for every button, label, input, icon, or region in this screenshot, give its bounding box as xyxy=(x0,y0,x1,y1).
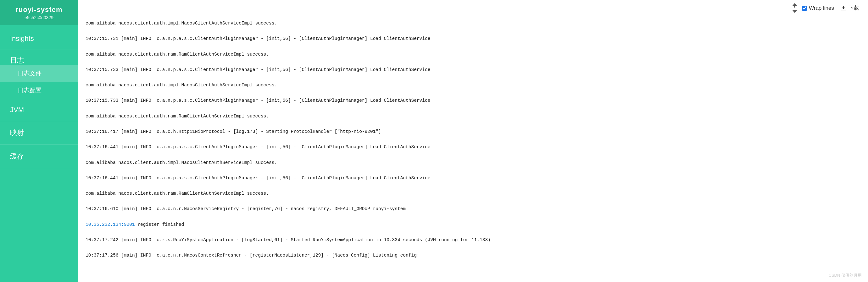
sidebar-item-insights[interactable]: Insights xyxy=(0,28,78,50)
svg-rect-1 xyxy=(794,6,795,7)
download-label: 下载 xyxy=(848,4,859,12)
scroll-arrows-icon xyxy=(792,2,798,13)
log-line: 10:37:15.731 [main] INFO c.a.n.p.a.s.c.C… xyxy=(86,35,861,43)
sidebar-item-log-file[interactable]: 日志文件 xyxy=(0,65,78,82)
sidebar-header: ruoyi-system e5c52c0d0329 xyxy=(0,0,78,25)
svg-rect-3 xyxy=(841,10,846,10)
log-line: com.alibaba.nacos.client.auth.ram.RamCli… xyxy=(86,190,861,198)
log-line: com.alibaba.nacos.client.auth.impl.Nacos… xyxy=(86,20,861,27)
wrap-lines-label[interactable]: Wrap lines xyxy=(802,5,834,11)
app-id: e5c52c0d0329 xyxy=(0,15,78,20)
log-line: 10:37:16.610 [main] INFO c.a.c.n.r.Nacos… xyxy=(86,205,861,213)
log-line: 10:37:16.441 [main] INFO c.a.n.p.a.s.c.C… xyxy=(86,174,861,182)
log-line: 10:37:17.256 [main] INFO c.a.c.n.r.Nacos… xyxy=(86,251,861,259)
download-icon xyxy=(840,5,847,11)
sidebar-item-cache[interactable]: 缓存 xyxy=(0,145,78,168)
log-line: com.alibaba.nacos.client.auth.ram.RamCli… xyxy=(86,50,861,59)
wrap-lines-text: Wrap lines xyxy=(809,5,834,11)
register-link[interactable]: 10.35.232.134:9201 xyxy=(86,222,135,227)
wrap-lines-checkbox[interactable] xyxy=(802,6,807,11)
log-line: 10:37:16.441 [main] INFO c.a.n.p.a.s.c.C… xyxy=(86,143,861,151)
sidebar: ruoyi-system e5c52c0d0329 Insights 日志 日志… xyxy=(0,0,78,282)
svg-marker-0 xyxy=(793,3,797,6)
main-content: Wrap lines 下载 com.alibaba.nacos.client.a… xyxy=(78,0,868,282)
svg-marker-2 xyxy=(793,10,797,13)
log-line: com.alibaba.nacos.client.auth.impl.Nacos… xyxy=(86,159,861,167)
watermark: CSDN 仅供刘月用 xyxy=(829,273,862,278)
scroll-to-top-button[interactable] xyxy=(791,2,798,14)
app-name: ruoyi-system xyxy=(0,6,78,14)
sidebar-item-log-config[interactable]: 日志配置 xyxy=(0,82,78,99)
log-line: 10:37:17.242 [main] INFO c.r.s.RuoYiSyst… xyxy=(86,236,861,244)
log-line: com.alibaba.nacos.client.auth.ram.RamCli… xyxy=(86,112,861,120)
sidebar-item-mapping[interactable]: 映射 xyxy=(0,121,78,145)
log-line: 10:37:15.733 [main] INFO c.a.n.p.a.s.c.C… xyxy=(86,97,861,105)
log-line: com.alibaba.nacos.client.auth.impl.Nacos… xyxy=(86,81,861,89)
sidebar-nav: Insights 日志 日志文件 日志配置 JVM 映射 缓存 xyxy=(0,25,78,282)
log-line: 10:37:15.733 [main] INFO c.a.n.p.a.s.c.C… xyxy=(86,66,861,74)
log-line: 10:37:16.417 [main] INFO o.a.c.h.Http11N… xyxy=(86,128,861,136)
download-button[interactable]: 下载 xyxy=(838,3,862,13)
log-content[interactable]: com.alibaba.nacos.client.auth.impl.Nacos… xyxy=(78,16,868,282)
sidebar-item-jvm[interactable]: JVM xyxy=(0,99,78,121)
toolbar: Wrap lines 下载 xyxy=(78,0,868,16)
sidebar-section-log: 日志 xyxy=(0,50,78,65)
